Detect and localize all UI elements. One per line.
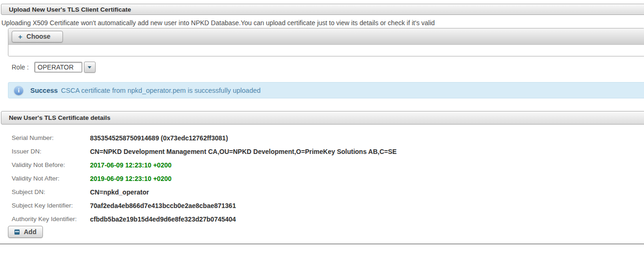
detail-value: CN=NPKD Development Management CA,OU=NPK… [90, 148, 397, 155]
plus-icon: + [18, 33, 22, 40]
detail-label: Authority Key Identifier: [12, 215, 90, 222]
detail-label: Serial Number: [12, 134, 90, 141]
detail-row-validity-not-after: Validity Not After: 2019-06-09 12:23:10 … [12, 172, 397, 185]
choose-button-label: Choose [27, 33, 50, 40]
role-row: Role : OPERATOR [12, 61, 96, 73]
role-select-value: OPERATOR [38, 63, 74, 71]
message-severity: Success [30, 87, 58, 94]
details-panel-header: New User's TLS Certificate details [1, 111, 644, 125]
role-select-trigger[interactable] [84, 62, 96, 73]
detail-value: cfbdb5ba2e19b15d4ed9d6e8fe323d27b0745404 [90, 215, 236, 223]
detail-value: CN=npkd_operator [90, 188, 149, 196]
info-icon: i [14, 86, 23, 95]
page: Upload New User's TLS Client Certificate… [0, 0, 644, 271]
file-upload-toolbar: + Choose [8, 28, 644, 45]
add-button-label: Add [24, 228, 36, 236]
upload-panel-header: Upload New User's TLS Client Certificate [1, 4, 644, 15]
upload-panel-title: Upload New User's TLS Client Certificate [9, 6, 131, 13]
choose-button[interactable]: + Choose [12, 31, 63, 42]
detail-label: Issuer DN: [12, 148, 90, 155]
detail-value: 2017-06-09 12:23:10 +0200 [90, 161, 172, 169]
disk-icon [14, 229, 20, 235]
certificate-details: Serial Number: 8353545258750914689 (0x73… [12, 131, 397, 226]
file-upload-content[interactable] [8, 45, 644, 56]
detail-value: 8353545258750914689 (0x73edc12762ff3081) [90, 134, 228, 142]
upload-description: Uploading X509 Certificate won't automat… [1, 19, 642, 27]
add-button[interactable]: Add [8, 226, 43, 238]
detail-value: 2019-06-09 12:23:10 +0200 [90, 175, 172, 182]
file-upload-widget: + Choose [8, 28, 644, 56]
detail-row-authority-key-identifier: Authority Key Identifier: cfbdb5ba2e19b1… [12, 212, 397, 226]
details-panel-title: New User's TLS Certificate details [9, 114, 111, 121]
success-message: i Success CSCA certificate from npkd_ope… [8, 82, 644, 98]
detail-row-serial-number: Serial Number: 8353545258750914689 (0x73… [12, 131, 397, 145]
detail-label: Subject DN: [12, 188, 90, 195]
detail-label: Subject Key Identifier: [12, 202, 90, 209]
detail-row-issuer-dn: Issuer DN: CN=NPKD Development Managemen… [12, 145, 397, 158]
detail-row-subject-key-identifier: Subject Key Identifier: 70af2eda4eb866d7… [12, 199, 397, 212]
panel-bottom-divider [0, 243, 644, 244]
detail-row-validity-not-before: Validity Not Before: 2017-06-09 12:23:10… [12, 158, 397, 172]
role-label: Role : [12, 63, 29, 71]
role-select[interactable]: OPERATOR [35, 62, 82, 72]
detail-row-subject-dn: Subject DN: CN=npkd_operator [12, 185, 397, 199]
detail-value: 70af2eda4eb866d7e413bccb0e2ae8cbae871361 [90, 202, 236, 209]
detail-label: Validity Not Before: [12, 161, 90, 168]
message-text: CSCA certificate from npkd_operator.pem … [61, 87, 261, 94]
chevron-down-icon [88, 66, 91, 69]
detail-label: Validity Not After: [12, 175, 90, 182]
